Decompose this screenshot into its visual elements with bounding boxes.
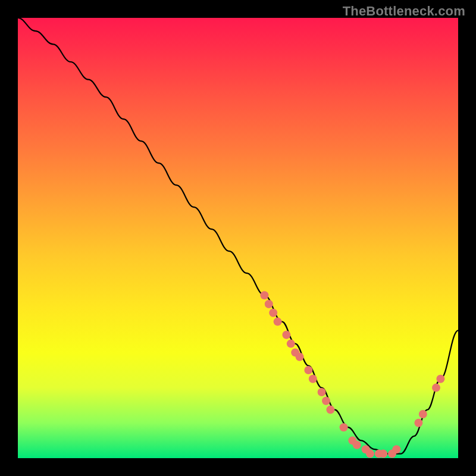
bottleneck-curve: [18, 18, 458, 454]
data-dot: [322, 397, 330, 405]
data-dot: [414, 419, 422, 427]
data-dot: [287, 340, 295, 348]
data-dot: [274, 318, 282, 326]
data-dot: [366, 450, 374, 458]
data-dot: [353, 441, 361, 449]
data-dot: [419, 410, 427, 418]
data-dot: [296, 353, 304, 361]
data-dot: [436, 375, 444, 383]
chart-svg: [18, 18, 458, 458]
data-dot: [260, 291, 268, 299]
data-dot: [304, 366, 312, 374]
watermark-text: TheBottleneck.com: [343, 4, 465, 19]
data-dot: [392, 445, 400, 453]
data-dot: [282, 331, 290, 339]
data-dot: [269, 309, 277, 317]
data-dot: [309, 375, 317, 383]
data-dot: [265, 300, 273, 308]
data-dot: [432, 384, 440, 392]
data-dot: [318, 388, 326, 396]
gradient-plot-area: [18, 18, 458, 458]
data-dot: [340, 423, 348, 431]
data-dot: [379, 450, 387, 458]
data-dot: [326, 406, 334, 414]
